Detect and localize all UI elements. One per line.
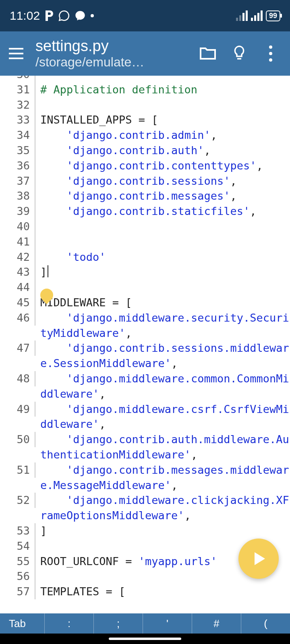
code-content[interactable]: 'django.middleware.common.CommonMiddlewa… <box>35 371 290 402</box>
code-line[interactable]: 38 'django.contrib.messages', <box>0 188 290 204</box>
line-number: 45 <box>0 295 35 310</box>
code-content[interactable]: 'django.contrib.auth', <box>35 143 290 158</box>
code-line[interactable]: 35 'django.contrib.auth', <box>0 143 290 158</box>
code-line[interactable]: 48 'django.middleware.common.CommonMiddl… <box>0 371 290 402</box>
code-line[interactable]: 32 <box>0 97 290 113</box>
line-number: 40 <box>0 219 35 234</box>
home-gesture-pill[interactable] <box>109 638 181 640</box>
line-number: 37 <box>0 173 35 189</box>
line-number: 38 <box>0 188 35 204</box>
app-bar: settings.py /storage/emulate… <box>0 31 290 76</box>
code-content[interactable]: 'todo' <box>35 250 290 265</box>
line-number: 42 <box>0 250 35 265</box>
code-content[interactable]: 'django.middleware.security.SecurityMidd… <box>35 310 290 341</box>
line-number: 54 <box>0 539 35 554</box>
line-number: 48 <box>0 371 35 386</box>
code-content[interactable]: 'django.contrib.messages.middleware.Mess… <box>35 462 290 493</box>
line-number: 44 <box>0 280 35 295</box>
semicolon-key[interactable]: ; <box>93 613 143 634</box>
code-content[interactable]: 'django.contrib.messages', <box>35 188 290 204</box>
code-content[interactable]: ] <box>35 264 290 280</box>
line-number: 31 <box>0 82 35 97</box>
code-content[interactable]: 'django.contrib.auth.middleware.Authenti… <box>35 432 290 462</box>
line-number: 36 <box>0 158 35 173</box>
code-content[interactable]: ] <box>35 523 290 539</box>
quote-key[interactable]: ' <box>143 613 192 634</box>
tab-key[interactable]: Tab <box>0 613 44 634</box>
line-number: 35 <box>0 143 35 158</box>
code-line[interactable]: 34 'django.contrib.admin', <box>0 128 290 143</box>
code-line[interactable]: 57TEMPLATES = [ <box>0 584 290 599</box>
run-button[interactable] <box>238 539 279 579</box>
line-number: 39 <box>0 204 35 219</box>
code-line[interactable]: 46 'django.middleware.security.SecurityM… <box>0 310 290 341</box>
code-content[interactable]: MIDDLEWARE = [ <box>35 295 290 310</box>
line-number: 55 <box>0 554 35 569</box>
code-content[interactable]: 'django.contrib.sessions.middleware.Sess… <box>35 341 290 371</box>
line-number: 43 <box>0 264 35 280</box>
hash-key[interactable]: # <box>192 613 241 634</box>
code-line[interactable]: 50 'django.contrib.auth.middleware.Authe… <box>0 432 290 462</box>
folder-button[interactable] <box>196 41 220 66</box>
paren-key[interactable]: ( <box>241 613 290 634</box>
code-line[interactable]: 30 <box>0 76 290 82</box>
code-line[interactable]: 36 'django.contrib.contenttypes', <box>0 158 290 173</box>
play-icon <box>255 552 265 565</box>
code-content[interactable]: 'django.contrib.admin', <box>35 128 290 143</box>
nav-bar <box>0 634 290 644</box>
line-number: 33 <box>0 112 35 128</box>
code-line[interactable]: 40 <box>0 219 290 234</box>
code-line[interactable]: 42 'todo' <box>0 250 290 265</box>
code-line[interactable]: 31# Application definition <box>0 82 290 97</box>
code-editor[interactable]: 3031# Application definition3233INSTALLE… <box>0 76 290 613</box>
code-content[interactable]: INSTALLED_APPS = [ <box>35 112 290 128</box>
file-title: settings.py <box>35 37 188 55</box>
line-number: 51 <box>0 462 35 478</box>
line-number: 46 <box>0 310 35 326</box>
signal-1-icon <box>236 10 248 21</box>
lightbulb-button[interactable] <box>227 41 251 66</box>
code-line[interactable]: 49 'django.middleware.csrf.CsrfViewMiddl… <box>0 402 290 432</box>
menu-button[interactable] <box>4 41 28 66</box>
code-content[interactable]: 'django.middleware.csrf.CsrfViewMiddlewa… <box>35 402 290 432</box>
line-number: 56 <box>0 569 35 584</box>
code-line[interactable]: 47 'django.contrib.sessions.middleware.S… <box>0 341 290 371</box>
signal-2-icon <box>251 10 263 21</box>
line-number: 47 <box>0 341 35 356</box>
code-line[interactable]: 53] <box>0 523 290 539</box>
line-number: 41 <box>0 234 35 250</box>
line-number: 49 <box>0 402 35 417</box>
code-line[interactable]: 33INSTALLED_APPS = [ <box>0 112 290 128</box>
code-line[interactable]: 39 'django.contrib.staticfiles', <box>0 204 290 219</box>
line-number: 52 <box>0 493 35 508</box>
code-line[interactable]: 41 <box>0 234 290 250</box>
file-path: /storage/emulate… <box>35 55 156 70</box>
status-time: 11:02 <box>10 9 40 23</box>
overflow-button[interactable] <box>259 41 283 66</box>
symbol-bar: Tab : ; ' # ( <box>0 613 290 634</box>
code-content[interactable]: 'django.middleware.clickjacking.XFrameOp… <box>35 493 290 523</box>
colon-key[interactable]: : <box>44 613 93 634</box>
line-number: 57 <box>0 584 35 599</box>
line-number: 53 <box>0 523 35 539</box>
code-line[interactable]: 37 'django.contrib.sessions', <box>0 173 290 189</box>
code-line[interactable]: 51 'django.contrib.messages.middleware.M… <box>0 462 290 493</box>
code-content[interactable]: 'django.contrib.staticfiles', <box>35 204 290 219</box>
code-content[interactable]: TEMPLATES = [ <box>35 584 290 599</box>
line-number: 50 <box>0 432 35 447</box>
text-caret <box>48 265 48 277</box>
code-content[interactable]: 'django.contrib.sessions', <box>35 173 290 189</box>
whatsapp-icon <box>58 10 70 21</box>
parking-icon <box>45 10 54 21</box>
code-line[interactable]: 43] <box>0 264 290 280</box>
messenger-icon <box>75 10 86 21</box>
code-content[interactable]: 'django.contrib.contenttypes', <box>35 158 290 173</box>
line-number: 34 <box>0 128 35 143</box>
line-number: 30 <box>0 76 35 82</box>
code-line[interactable]: 52 'django.middleware.clickjacking.XFram… <box>0 493 290 523</box>
line-number: 32 <box>0 97 35 113</box>
code-content[interactable]: # Application definition <box>35 82 290 97</box>
battery-indicator: 99 <box>266 10 280 21</box>
status-bar: 11:02 99 <box>0 0 290 31</box>
more-notifications-icon <box>91 14 94 17</box>
